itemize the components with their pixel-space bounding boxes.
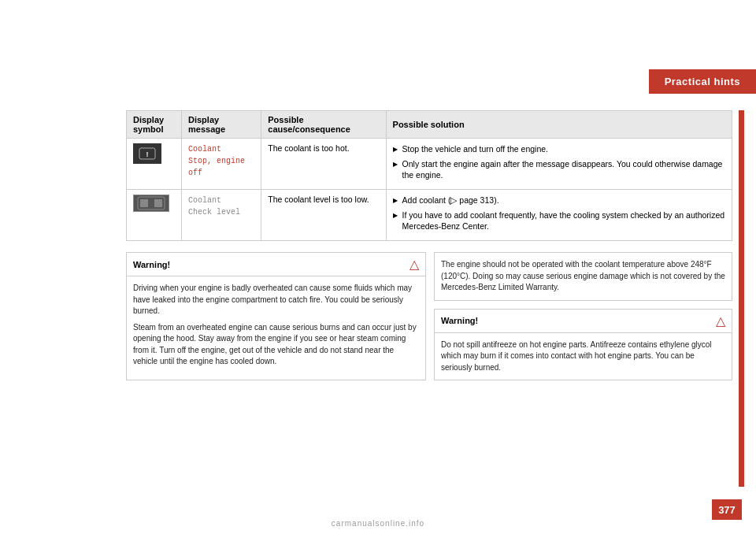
page-number: 377 — [712, 499, 742, 520]
solution-item: Only start the engine again after the me… — [393, 158, 725, 181]
warning-paragraph-2: Steam from an overheated engine can caus… — [133, 322, 419, 368]
display-message-cell-2: Coolant Check level — [182, 190, 261, 241]
symbol-cell-1: ! — [127, 139, 182, 190]
svg-rect-3 — [140, 199, 148, 207]
solution-item: Stop the vehicle and turn off the engine… — [393, 143, 725, 155]
warning-paragraph-1: Driving when your engine is badly overhe… — [133, 283, 419, 317]
display-message-gray: Coolant Check level — [188, 195, 254, 218]
warning-body-left: Driving when your engine is badly overhe… — [127, 276, 425, 374]
warning-box-right: Warning! △ Do not spill antifreeze on ho… — [434, 309, 732, 381]
cause-cell-2: The coolant level is too low. — [261, 190, 386, 241]
solution-item: If you have to add coolant frequently, h… — [393, 210, 725, 232]
col-header-symbol: Display symbol — [127, 111, 182, 139]
main-content: Display symbol Display message Possible … — [126, 110, 732, 487]
display-message-red: Coolant Stop, engine off — [188, 143, 254, 179]
coolant-table: Display symbol Display message Possible … — [126, 110, 732, 241]
bottom-warnings-area: Warning! △ Driving when your engine is b… — [126, 252, 732, 380]
info-box: The engine should not be operated with t… — [434, 252, 732, 301]
red-sidebar-bar — [739, 110, 744, 487]
warning-box-left: Warning! △ Driving when your engine is b… — [126, 252, 426, 380]
warning-triangle-icon-right: △ — [716, 313, 725, 328]
table-row: Coolant Check level The coolant level is… — [127, 190, 732, 241]
col-header-solution: Possible solution — [386, 111, 732, 139]
right-column: The engine should not be operated with t… — [434, 252, 732, 380]
col-header-cause: Possible cause/consequence — [261, 111, 386, 139]
warning-triangle-icon-left: △ — [410, 257, 419, 272]
symbol-cell-2 — [127, 190, 182, 241]
warning-title-left: Warning! — [133, 260, 170, 269]
solution-item: Add coolant (▷ page 313). — [393, 195, 725, 206]
cause-cell-1: The coolant is too hot. — [261, 139, 386, 190]
warning-header-left: Warning! △ — [127, 253, 425, 276]
info-text: The engine should not be operated with t… — [441, 259, 725, 294]
table-row: ! Coolant Stop, engine off The coolant i… — [127, 139, 732, 190]
warning-header-right: Warning! △ — [435, 310, 732, 333]
col-header-message: Display message — [182, 111, 261, 139]
display-symbol-icon-1: ! — [133, 143, 161, 164]
warning-paragraph-right-1: Do not spill antifreeze on hot engine pa… — [441, 339, 725, 374]
section-header-tab: Practical hints — [649, 69, 756, 94]
solution-cell-1: Stop the vehicle and turn off the engine… — [386, 139, 732, 190]
solution-cell-2: Add coolant (▷ page 313). If you have to… — [386, 190, 732, 241]
watermark: carmanualsonline.info — [332, 519, 424, 528]
warning-title-right: Warning! — [441, 316, 478, 325]
display-message-cell-1: Coolant Stop, engine off — [182, 139, 261, 190]
svg-text:!: ! — [146, 150, 149, 158]
warning-body-right: Do not spill antifreeze on hot engine pa… — [435, 333, 732, 380]
display-symbol-icon-2 — [133, 195, 169, 212]
svg-rect-4 — [154, 199, 162, 207]
